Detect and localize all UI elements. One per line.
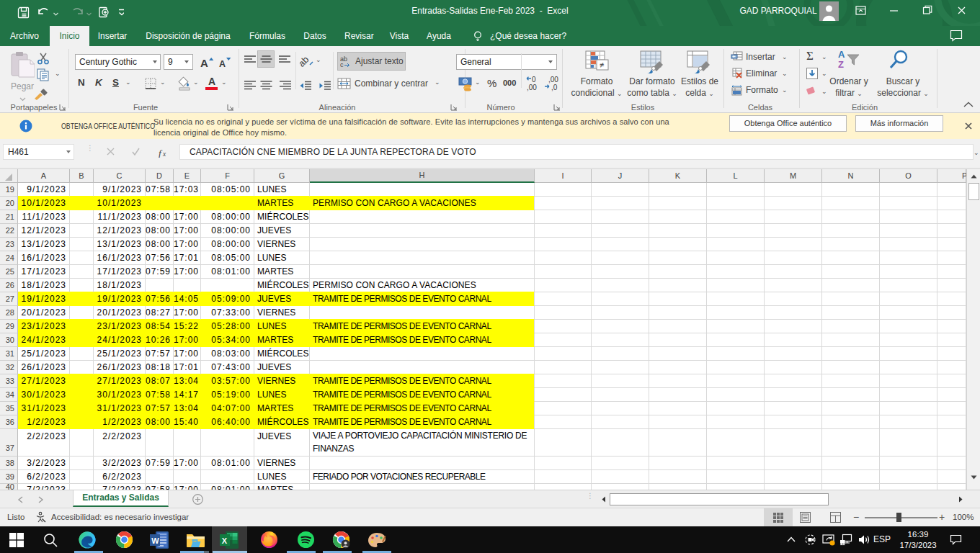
svg-text:X: X [222,536,228,544]
svg-text:x: x [162,150,166,158]
svg-text:A: A [219,59,226,69]
svg-text:c: c [340,61,344,68]
svg-text:,00: ,00 [527,84,537,91]
svg-text:ab: ab [300,54,311,68]
svg-text:Z: Z [838,59,844,70]
svg-text:0: 0 [532,76,536,84]
svg-text:W: W [151,536,159,544]
svg-text:A: A [838,49,845,60]
svg-text:A: A [200,57,208,69]
svg-text:≠: ≠ [600,60,604,69]
